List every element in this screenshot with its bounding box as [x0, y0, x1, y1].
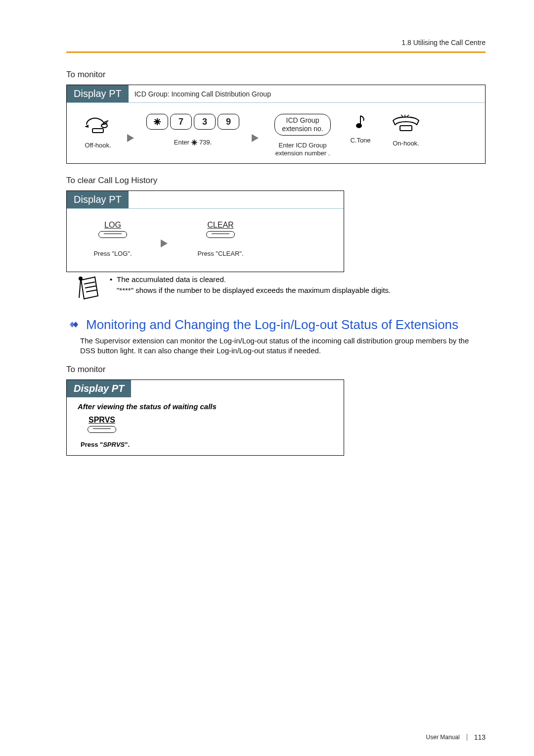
key-3: 3: [194, 114, 216, 130]
footer-page-number: 113: [474, 733, 486, 741]
svg-line-17: [86, 290, 97, 292]
proc-title: Display PT: [67, 380, 131, 397]
offhook-icon: [83, 114, 113, 136]
icd-group-box: ICD Group extension no.: [274, 114, 330, 136]
arrow-icon: [251, 133, 260, 143]
softkey-sprvs: SPRVS: [88, 416, 116, 433]
header-rule: [66, 51, 486, 53]
svg-point-18: [79, 277, 82, 280]
arrow-icon: [126, 133, 135, 143]
note-icon: [76, 274, 101, 302]
softkey-label: CLEAR: [207, 221, 233, 230]
breadcrumb: 1.8 Utilising the Call Centre: [66, 39, 486, 47]
proc-title: Display PT: [67, 191, 129, 208]
keypad-sequence: 7 3 9: [146, 114, 239, 130]
softkey-log: LOG: [98, 221, 127, 238]
procedure-box-monitor: Display PT ICD Group: Incoming Call Dist…: [66, 85, 486, 164]
after-viewing-text: After viewing the status of waiting call…: [67, 397, 344, 414]
ctone-caption: C.Tone: [350, 137, 370, 150]
page-footer: User Manual 113: [426, 733, 486, 741]
icd-line1: ICD Group: [282, 116, 323, 125]
section-heading-monitor-2: To monitor: [66, 365, 486, 375]
note-text: •The accumulated data is cleared. "****"…: [110, 274, 391, 296]
procedure-box-clear: Display PT LOG Press "LOG". CLEAR Press …: [66, 190, 344, 272]
proc-note: ICD Group: Incoming Call Distribution Gr…: [129, 87, 277, 101]
svg-marker-11: [252, 134, 259, 142]
svg-rect-1: [92, 129, 103, 133]
offhook-caption: Off-hook.: [85, 142, 111, 155]
enter-code-caption: Enter 739.: [174, 136, 212, 149]
softkey-label: SPRVS: [89, 416, 115, 425]
softkey-clear: CLEAR: [206, 221, 235, 238]
section-heading-monitor: To monitor: [66, 70, 486, 80]
section-diamond-icon: [66, 320, 81, 330]
press-clear-caption: Press "CLEAR".: [197, 250, 243, 264]
section-heading-clear: To clear Call Log History: [66, 176, 486, 186]
key-9: 9: [218, 114, 239, 130]
svg-marker-20: [73, 322, 78, 328]
section-paragraph: The Supervisor extension can monitor the…: [80, 336, 486, 356]
key-7: 7: [170, 114, 192, 130]
onhook-caption: On-hook.: [393, 140, 419, 153]
onhook-icon: [390, 114, 422, 134]
section-title: Monitoring and Changing the Log-in/Log-o…: [86, 317, 458, 333]
arrow-icon: [160, 238, 169, 248]
svg-marker-2: [127, 134, 134, 142]
icd-line2: extension no.: [282, 125, 323, 133]
tone-icon: [354, 114, 367, 131]
press-sprvs-caption: Press "SPRVS".: [67, 433, 344, 455]
svg-marker-14: [161, 239, 168, 247]
key-star: [146, 114, 168, 130]
proc-title: Display PT: [67, 85, 129, 102]
svg-line-15: [84, 282, 95, 284]
svg-rect-13: [400, 126, 412, 131]
softkey-label: LOG: [104, 221, 121, 230]
svg-point-12: [356, 124, 361, 128]
press-log-caption: Press "LOG".: [93, 250, 132, 264]
enter-icd-caption: Enter ICD Group extension number .: [275, 142, 330, 158]
svg-line-16: [85, 286, 96, 288]
procedure-box-monitor-2: Display PT After viewing the status of w…: [66, 379, 344, 456]
footer-manual: User Manual: [426, 734, 460, 741]
